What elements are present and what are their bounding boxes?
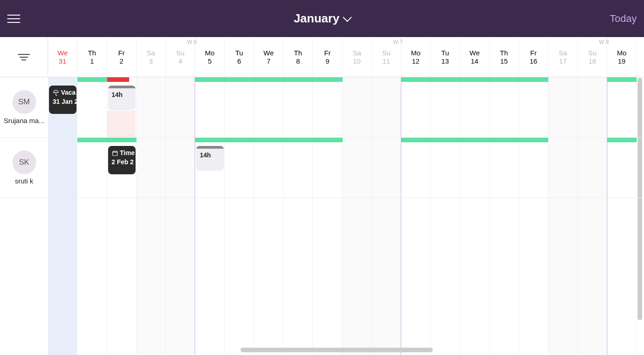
- day-header[interactable]: Mo5: [195, 37, 224, 77]
- day-header-row: We31Th1Fr2Sa3Su4Mo5Tu6We7Th8Fr9Sa10Su11M…: [0, 37, 644, 77]
- person-cell[interactable]: SKsruti k: [0, 138, 48, 198]
- availability-bar: [401, 138, 548, 142]
- avatar: SM: [12, 90, 36, 114]
- horizontal-scrollbar[interactable]: [48, 347, 637, 353]
- day-header[interactable]: Fr9: [313, 37, 342, 77]
- day-header[interactable]: We7: [254, 37, 284, 77]
- availability-bar: [607, 138, 637, 142]
- day-header[interactable]: Th1: [77, 37, 107, 77]
- people-column: SMSrujana ma...SKsruti k: [0, 77, 48, 355]
- day-header[interactable]: Sa10: [343, 37, 372, 77]
- today-button[interactable]: Today: [610, 13, 637, 25]
- avatar: SK: [12, 151, 36, 174]
- vacation-card[interactable]: Vaca31 Jan 2: [49, 86, 76, 114]
- month-label: January: [294, 11, 339, 26]
- person-cell[interactable]: SMSrujana ma...: [0, 77, 48, 138]
- availability-bar: [195, 138, 342, 142]
- filter-icon: [18, 54, 30, 60]
- grid-area[interactable]: Vaca31 Jan 214hTime2 Feb 214h: [48, 77, 644, 355]
- grid-body: SMSrujana ma...SKsruti k Vaca31 Jan 214h…: [0, 77, 644, 355]
- day-header[interactable]: Fr2: [107, 37, 136, 77]
- day-header[interactable]: Fr16: [519, 37, 548, 77]
- time-off-card[interactable]: Time2 Feb 2: [108, 146, 136, 174]
- hours-card[interactable]: 14h: [108, 86, 136, 110]
- week-label: W 7: [393, 39, 403, 45]
- day-header[interactable]: Th8: [284, 37, 313, 77]
- menu-icon[interactable]: [7, 10, 26, 28]
- day-header[interactable]: Tu6: [225, 37, 254, 77]
- time-block[interactable]: [107, 111, 136, 137]
- chevron-down-icon: [343, 13, 352, 22]
- day-header[interactable]: Mo12: [401, 37, 431, 77]
- day-header[interactable]: Sa17: [548, 37, 578, 77]
- day-header[interactable]: Tu13: [431, 37, 460, 77]
- filter-button[interactable]: [0, 37, 48, 77]
- hours-card[interactable]: 14h: [196, 146, 224, 171]
- person-name: sruti k: [15, 177, 33, 185]
- days-header: We31Th1Fr2Sa3Su4Mo5Tu6We7Th8Fr9Sa10Su11M…: [48, 37, 644, 77]
- calendar-icon: [112, 150, 118, 156]
- availability-bar: [401, 77, 548, 82]
- day-header[interactable]: We14: [460, 37, 490, 77]
- month-selector[interactable]: January: [294, 11, 350, 26]
- availability-bar: [607, 77, 637, 82]
- day-header[interactable]: Mo19: [607, 37, 637, 77]
- schedule-row: Time2 Feb 214h: [48, 138, 644, 198]
- availability-bar-overbooked: [107, 77, 129, 82]
- day-header[interactable]: We31: [48, 37, 77, 77]
- day-header[interactable]: Sa3: [136, 37, 166, 77]
- svg-rect-0: [112, 151, 117, 156]
- week-label: W 8: [599, 39, 609, 45]
- person-name: Srujana ma...: [4, 117, 44, 124]
- availability-bar: [77, 77, 107, 82]
- week-label: W 6: [187, 39, 196, 45]
- horizontal-scroll-thumb[interactable]: [240, 348, 433, 352]
- umbrella-icon: [53, 90, 59, 96]
- day-header[interactable]: Th15: [490, 37, 519, 77]
- schedule-row: Vaca31 Jan 214h: [48, 77, 644, 138]
- availability-bar: [77, 138, 136, 142]
- availability-bar: [195, 77, 342, 82]
- top-bar: January Today: [0, 0, 644, 37]
